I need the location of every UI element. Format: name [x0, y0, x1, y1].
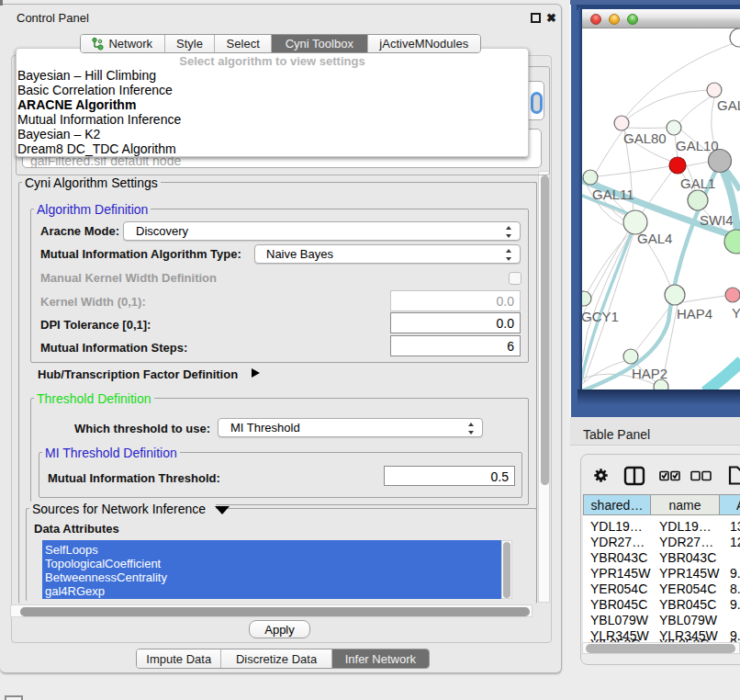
svg-text:HAP2: HAP2 — [632, 366, 667, 381]
svg-text:GAL10: GAL10 — [676, 138, 719, 153]
svg-text:GCY1: GCY1 — [582, 309, 619, 324]
svg-text:GAL7: GAL7 — [717, 97, 740, 113]
svg-text:GAL80: GAL80 — [623, 130, 667, 146]
svg-text:Y: Y — [732, 305, 740, 321]
svg-text:GAL11: GAL11 — [592, 186, 634, 202]
svg-text:GAL4: GAL4 — [637, 231, 672, 246]
svg-text:GAL1: GAL1 — [680, 175, 715, 191]
svg-text:SWI4: SWI4 — [700, 212, 734, 228]
svg-text:HAP4: HAP4 — [677, 306, 712, 322]
